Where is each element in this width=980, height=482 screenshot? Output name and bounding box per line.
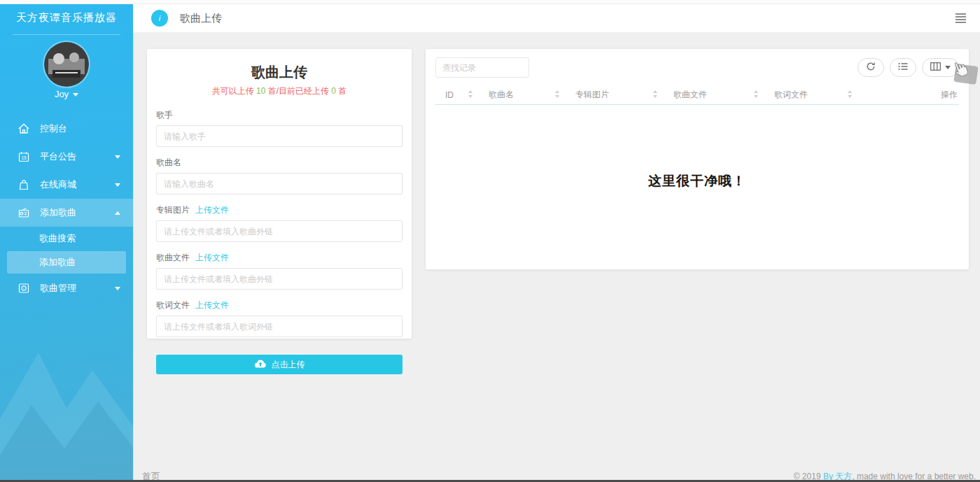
sidebar-item-console[interactable]: 控制台 [0, 115, 133, 143]
username: Joy [55, 89, 69, 99]
column-header-album-image[interactable]: 专辑图片 [566, 89, 664, 101]
field-label: 歌手 [156, 110, 173, 120]
field-label: 专辑图片 [156, 205, 190, 215]
column-header-song-name[interactable]: 歌曲名 [479, 89, 566, 101]
app-title: 天方夜谭音乐播放器 [0, 11, 133, 24]
caret-down-icon [115, 287, 120, 290]
sidebar: 天方夜谭音乐播放器 Joy 控制台 [0, 0, 133, 482]
refresh-icon [866, 62, 876, 73]
sort-icon [753, 90, 759, 101]
sidebar-item-label: 添加歌曲 [40, 206, 111, 219]
field-label: 歌曲名 [156, 157, 181, 167]
sidebar-subitem-label: 歌曲搜索 [39, 233, 76, 243]
sidebar-item-label: 控制台 [40, 122, 120, 135]
svg-text:15: 15 [21, 155, 27, 160]
upload-submit-button[interactable]: 点击上传 [156, 355, 402, 374]
calendar-icon: 15 [17, 150, 31, 164]
caret-down-icon [115, 183, 120, 187]
sidebar-item-announcements[interactable]: 15 平台公告 [0, 143, 133, 171]
caret-down-icon [73, 93, 78, 97]
home-icon [17, 122, 31, 136]
field-singer: 歌手 [156, 108, 402, 147]
album-image-input[interactable] [156, 220, 402, 242]
column-header-operations[interactable]: 操作 [858, 89, 959, 101]
table-toolbar [435, 57, 959, 78]
upload-submit-label: 点击上传 [272, 359, 305, 371]
sidebar-item-add-songs[interactable]: 添加歌曲 [0, 199, 133, 227]
song-file-input[interactable] [156, 268, 402, 290]
top-edge-strip [0, 0, 980, 4]
user-menu[interactable]: Joy [0, 89, 133, 99]
sidebar-divider [13, 34, 120, 35]
upload-limit: 10 [256, 86, 265, 96]
singer-input[interactable] [156, 125, 402, 147]
sidebar-subitem-add-song[interactable]: 添加歌曲 [7, 251, 126, 274]
field-song-name: 歌曲名 [156, 155, 402, 194]
sort-icon [847, 90, 853, 101]
empty-state-text: 这里很干净哦！ [435, 172, 959, 190]
sidebar-item-label: 在线商城 [40, 178, 111, 191]
field-label: 歌词文件 [156, 300, 190, 310]
upload-card: 歌曲上传 共可以上传 10 首/目前已经上传 0 首 歌手 歌曲名 专辑图片上传… [147, 49, 412, 339]
sort-icon [554, 90, 560, 101]
shop-icon [17, 178, 31, 192]
topbar: i 歌曲上传 [133, 4, 980, 33]
caret-down-icon [115, 155, 120, 159]
songs-table-card: ID 歌曲名 专辑图片 歌曲文件 歌词文件 操作 这里很 [426, 49, 969, 269]
mountain-decoration [0, 272, 133, 482]
cloud-upload-icon [254, 359, 267, 370]
sort-icon [652, 90, 658, 101]
table-toolbar-buttons [858, 58, 959, 77]
refresh-button[interactable] [858, 58, 884, 77]
lyric-upload-file-link[interactable]: 上传文件 [195, 300, 229, 310]
sidebar-item-label: 平台公告 [40, 150, 111, 163]
field-album-image: 专辑图片上传文件 [156, 203, 402, 242]
song-upload-file-link[interactable]: 上传文件 [195, 253, 229, 262]
column-header-id[interactable]: ID [435, 90, 479, 101]
upload-card-title: 歌曲上传 [156, 63, 402, 82]
page-badge-icon: i [151, 10, 168, 27]
disc-icon [17, 281, 31, 295]
toggle-list-icon [898, 62, 908, 73]
columns-icon [930, 62, 941, 73]
upload-quota-notice: 共可以上传 10 首/目前已经上传 0 首 [156, 85, 402, 97]
page: 天方夜谭音乐播放器 Joy 控制台 [0, 0, 980, 482]
caret-down-icon [945, 66, 951, 69]
column-header-lyric-file[interactable]: 歌词文件 [764, 89, 858, 101]
sidebar-item-label: 歌曲管理 [40, 282, 111, 295]
page-title: 歌曲上传 [180, 12, 222, 25]
list-icon[interactable] [955, 12, 966, 24]
avatar[interactable] [44, 42, 89, 87]
toggle-view-button[interactable] [890, 58, 916, 77]
columns-button[interactable] [922, 58, 959, 77]
field-label: 歌曲文件 [156, 253, 190, 262]
field-lyric-file: 歌词文件上传文件 [156, 298, 402, 337]
album-upload-file-link[interactable]: 上传文件 [195, 205, 229, 215]
radio-icon [17, 206, 31, 220]
sidebar-subitem-label: 添加歌曲 [39, 257, 76, 267]
sidebar-menu: 控制台 15 平台公告 [0, 115, 133, 302]
column-header-song-file[interactable]: 歌曲文件 [664, 89, 764, 101]
caret-up-icon [115, 211, 120, 215]
sidebar-item-mall[interactable]: 在线商城 [0, 171, 133, 199]
lyric-file-input[interactable] [156, 316, 402, 337]
song-name-input[interactable] [156, 173, 402, 194]
field-song-file: 歌曲文件上传文件 [156, 250, 402, 290]
sort-icon [468, 90, 473, 101]
search-input[interactable] [435, 57, 529, 78]
table-header: ID 歌曲名 专辑图片 歌曲文件 歌词文件 操作 [435, 85, 959, 105]
sidebar-subitem-song-search[interactable]: 歌曲搜索 [0, 227, 133, 250]
sidebar-item-song-management[interactable]: 歌曲管理 [0, 274, 133, 302]
